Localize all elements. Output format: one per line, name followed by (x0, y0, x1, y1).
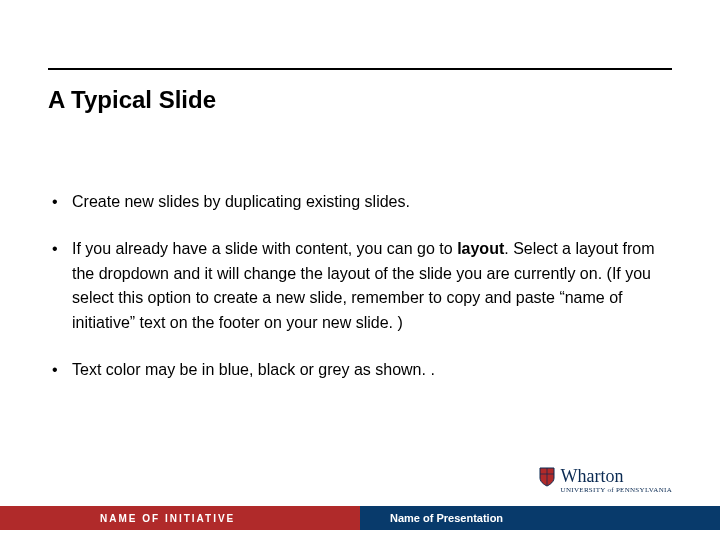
bullet-item: If you already have a slide with content… (48, 237, 672, 336)
wharton-logo: Wharton UNIVERSITY of PENNSYLVANIA (539, 467, 672, 494)
body-content: Create new slides by duplicating existin… (48, 190, 672, 405)
footer-right-label: Name of Presentation (390, 512, 503, 524)
footer-left: NAME OF INITIATIVE (0, 506, 360, 530)
bullet-text: Text color may be in blue, black or grey… (72, 361, 435, 378)
logo-wordmark: Wharton (561, 467, 672, 485)
slide: A Typical Slide Create new slides by dup… (0, 0, 720, 540)
bullet-item: Create new slides by duplicating existin… (48, 190, 672, 215)
bullet-text: Create new slides by duplicating existin… (72, 193, 410, 210)
logo-subline: UNIVERSITY of PENNSYLVANIA (561, 487, 672, 494)
title-divider (48, 68, 672, 70)
slide-title: A Typical Slide (48, 86, 216, 114)
footer-band: NAME OF INITIATIVE Name of Presentation (0, 506, 720, 530)
bullet-item: Text color may be in blue, black or grey… (48, 358, 672, 383)
footer-right: Name of Presentation (360, 506, 720, 530)
shield-icon (539, 467, 555, 487)
footer-left-label: NAME OF INITIATIVE (100, 513, 235, 524)
logo-text: Wharton UNIVERSITY of PENNSYLVANIA (561, 467, 672, 494)
bullet-bold: layout (457, 240, 504, 257)
bullet-text: If you already have a slide with content… (72, 240, 457, 257)
